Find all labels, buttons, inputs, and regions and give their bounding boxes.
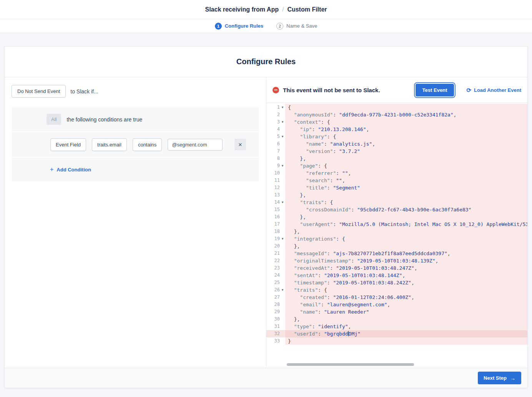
code-line-text[interactable]: } bbox=[285, 337, 527, 345]
code-line-text[interactable]: { bbox=[285, 104, 527, 111]
code-line-text[interactable]: "messageId": "ajs-7b8270771eb2f1f8a87eed… bbox=[285, 250, 527, 257]
code-line-text[interactable]: "integrations": { bbox=[285, 235, 527, 243]
code-line-text[interactable]: "timestamp": "2019-05-10T01:03:48.242Z", bbox=[285, 279, 527, 286]
code-line[interactable]: 12 "title": "Segment" bbox=[266, 184, 527, 191]
code-line[interactable]: 16 }, bbox=[266, 213, 527, 221]
add-condition-link[interactable]: + Add Condition bbox=[50, 166, 91, 173]
code-line-text[interactable]: "referrer": "", bbox=[285, 169, 527, 177]
code-line-text[interactable]: }, bbox=[285, 228, 527, 235]
rules-panel: Do Not Send Event to Slack if... All the… bbox=[5, 77, 266, 368]
code-line[interactable]: 7 "version": "3.7.2" bbox=[266, 148, 527, 155]
code-line[interactable]: 33} bbox=[266, 337, 527, 345]
code-line-text[interactable]: }, bbox=[285, 316, 527, 323]
code-line-text[interactable]: "created": "2016-01-12T02:24:06.400Z", bbox=[285, 294, 527, 301]
code-line[interactable]: 19▾ "integrations": { bbox=[266, 235, 527, 243]
code-line[interactable]: 27 "created": "2016-01-12T02:24:06.400Z"… bbox=[266, 294, 527, 301]
code-line-text[interactable]: "crossDomainId": "95cbdd72-fc67-4b43-b90… bbox=[285, 206, 527, 213]
code-line[interactable]: 32 "userId": "bgrqbddDMj" bbox=[266, 330, 527, 337]
code-line-text[interactable]: "sentAt": "2019-05-10T01:03:48.144Z", bbox=[285, 272, 527, 279]
code-line-text[interactable]: "search": "", bbox=[285, 177, 527, 184]
code-line[interactable]: 13 }, bbox=[266, 191, 527, 199]
operator-all-chip[interactable]: All bbox=[47, 114, 61, 125]
code-line[interactable]: 9▾ "page": { bbox=[266, 162, 527, 169]
code-line[interactable]: 18 }, bbox=[266, 228, 527, 235]
code-line-text[interactable]: "name": "analytics.js", bbox=[285, 140, 527, 148]
condition-field-type-button[interactable]: Event Field bbox=[50, 138, 86, 151]
code-line[interactable]: 25 "timestamp": "2019-05-10T01:03:48.242… bbox=[266, 279, 527, 286]
code-line-text[interactable]: "traits": { bbox=[285, 286, 527, 294]
code-line[interactable]: 22 "originalTimestamp": "2019-05-10T01:0… bbox=[266, 257, 527, 264]
line-number: 30 bbox=[266, 316, 280, 323]
load-another-event-label: Load Another Event bbox=[474, 87, 521, 93]
remove-condition-button[interactable]: ✕ bbox=[234, 139, 246, 150]
code-line-text[interactable]: "traits": { bbox=[285, 199, 527, 206]
code-line[interactable]: 11 "search": "", bbox=[266, 177, 527, 184]
code-line-text[interactable]: "page": { bbox=[285, 162, 527, 169]
code-line-text[interactable]: "receivedAt": "2019-05-10T01:03:48.247Z"… bbox=[285, 264, 527, 272]
breadcrumb-separator: / bbox=[282, 6, 284, 13]
condition-field-button[interactable]: traits.email bbox=[92, 138, 127, 151]
json-editor[interactable]: 1▾{2 "anonymousId": "ddf9ecda-977b-4231-… bbox=[266, 103, 527, 368]
code-line[interactable]: 10 "referrer": "", bbox=[266, 169, 527, 177]
fold-arrow-icon[interactable]: ▾ bbox=[280, 104, 285, 111]
next-step-button[interactable]: Next Step → bbox=[478, 372, 521, 384]
condition-operator-button[interactable]: contains bbox=[133, 138, 162, 151]
line-number-gutter: 14▾ bbox=[266, 199, 285, 206]
code-line-text[interactable]: "version": "3.7.2" bbox=[285, 148, 527, 155]
code-line[interactable]: 29 "name": "Lauren Reeder" bbox=[266, 308, 527, 316]
fold-arrow-icon[interactable]: ▾ bbox=[280, 118, 285, 126]
code-line[interactable]: 5▾ "library": { bbox=[266, 133, 527, 140]
load-another-event-link[interactable]: ⟳ Load Another Event bbox=[466, 87, 521, 93]
line-number: 12 bbox=[266, 184, 280, 191]
code-line-text[interactable]: "anonymousId": "ddf9ecda-977b-4231-b000-… bbox=[285, 111, 527, 118]
code-line-text[interactable]: "userId": "bgrqbddDMj" bbox=[285, 330, 527, 337]
code-line-text[interactable]: "type": "identify", bbox=[285, 323, 527, 330]
fold-arrow-icon[interactable]: ▾ bbox=[280, 286, 285, 294]
code-line-text[interactable]: }, bbox=[285, 155, 527, 162]
code-line-text[interactable]: "userAgent": "Mozilla/5.0 (Macintosh; In… bbox=[285, 221, 527, 228]
condition-value-input[interactable] bbox=[168, 139, 223, 151]
code-line-text[interactable]: "name": "Lauren Reeder" bbox=[285, 308, 527, 316]
code-line[interactable]: 17 "userAgent": "Mozilla/5.0 (Macintosh;… bbox=[266, 221, 527, 228]
step-name-save[interactable]: 2 Name & Save bbox=[276, 23, 317, 30]
code-line[interactable]: 28 "email": "lauren@segment.com", bbox=[266, 301, 527, 308]
code-line-text[interactable]: "ip": "210.13.208.146", bbox=[285, 126, 527, 133]
code-line-text[interactable]: }, bbox=[285, 243, 527, 250]
line-number: 3 bbox=[266, 118, 280, 126]
fold-arrow-icon[interactable]: ▾ bbox=[280, 133, 285, 140]
line-number-gutter: 26▾ bbox=[266, 286, 285, 294]
code-line[interactable]: 8 }, bbox=[266, 155, 527, 162]
code-line[interactable]: 23 "receivedAt": "2019-05-10T01:03:48.24… bbox=[266, 264, 527, 272]
code-line-text[interactable]: "context": { bbox=[285, 118, 527, 126]
fold-arrow-icon[interactable]: ▾ bbox=[280, 162, 285, 169]
code-line[interactable]: 14▾ "traits": { bbox=[266, 199, 527, 206]
horizontal-scrollbar-thumb[interactable] bbox=[287, 363, 414, 366]
breadcrumb-source[interactable]: Slack receiving from App bbox=[205, 6, 278, 13]
line-number-gutter: 11 bbox=[266, 177, 285, 184]
code-line-text[interactable]: "originalTimestamp": "2019-05-10T01:03:4… bbox=[285, 257, 527, 264]
code-line[interactable]: 15 "crossDomainId": "95cbdd72-fc67-4b43-… bbox=[266, 206, 527, 213]
code-line[interactable]: 4 "ip": "210.13.208.146", bbox=[266, 126, 527, 133]
code-line-text[interactable]: "title": "Segment" bbox=[285, 184, 527, 191]
code-line[interactable]: 6 "name": "analytics.js", bbox=[266, 140, 527, 148]
line-number: 20 bbox=[266, 243, 280, 250]
code-line-text[interactable]: }, bbox=[285, 191, 527, 199]
status-message: This event will not be sent to Slack. bbox=[283, 87, 380, 93]
code-line[interactable]: 1▾{ bbox=[266, 104, 527, 111]
code-line[interactable]: 30 }, bbox=[266, 316, 527, 323]
code-line[interactable]: 26▾ "traits": { bbox=[266, 286, 527, 294]
step-configure-rules[interactable]: 1 Configure Rules bbox=[215, 23, 263, 30]
code-line-text[interactable]: "library": { bbox=[285, 133, 527, 140]
code-line[interactable]: 2 "anonymousId": "ddf9ecda-977b-4231-b00… bbox=[266, 111, 527, 118]
code-line[interactable]: 24 "sentAt": "2019-05-10T01:03:48.144Z", bbox=[266, 272, 527, 279]
code-line[interactable]: 21 "messageId": "ajs-7b8270771eb2f1f8a87… bbox=[266, 250, 527, 257]
code-line-text[interactable]: }, bbox=[285, 213, 527, 221]
code-line[interactable]: 31 "type": "identify", bbox=[266, 323, 527, 330]
fold-arrow-icon[interactable]: ▾ bbox=[280, 199, 285, 206]
code-line-text[interactable]: "email": "lauren@segment.com", bbox=[285, 301, 527, 308]
fold-arrow-icon[interactable]: ▾ bbox=[280, 235, 285, 243]
code-line[interactable]: 3▾ "context": { bbox=[266, 118, 527, 126]
code-line[interactable]: 20 }, bbox=[266, 243, 527, 250]
action-selector-button[interactable]: Do Not Send Event bbox=[12, 85, 66, 98]
test-event-button[interactable]: Test Event bbox=[416, 84, 454, 96]
